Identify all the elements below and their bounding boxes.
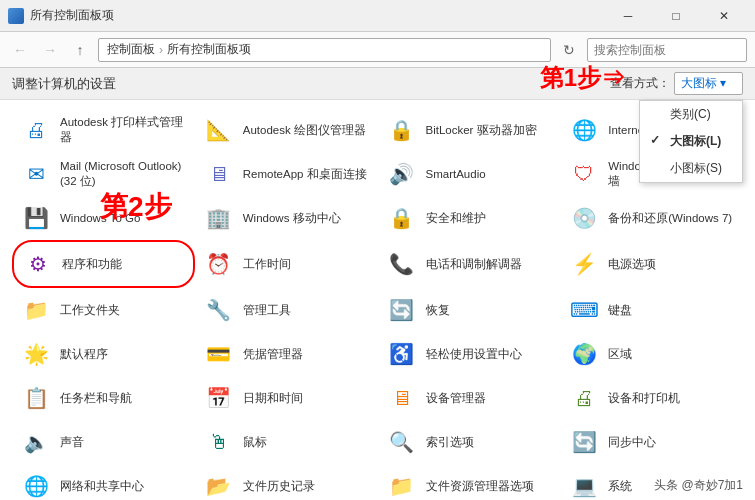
item-icon: 💾 xyxy=(20,202,52,234)
control-panel-item[interactable]: ⚡电源选项 xyxy=(560,240,743,288)
control-panel-item[interactable]: 🖨Autodesk 打印样式管理器 xyxy=(12,108,195,152)
item-label: 轻松使用设置中心 xyxy=(426,347,522,362)
item-label: 恢复 xyxy=(426,303,450,318)
control-panel-item[interactable]: 🌟默认程序 xyxy=(12,332,195,376)
item-label: 设备管理器 xyxy=(426,391,486,406)
control-panel-item[interactable]: 💿备份和还原(Windows 7) xyxy=(560,196,743,240)
path-segment-1[interactable]: 控制面板 xyxy=(107,41,155,58)
control-panel-item[interactable]: 📂文件历史记录 xyxy=(195,464,378,500)
close-button[interactable]: ✕ xyxy=(701,0,747,32)
control-panel-item[interactable]: ♿轻松使用设置中心 xyxy=(378,332,561,376)
control-panel-item[interactable]: 🔒BitLocker 驱动器加密 xyxy=(378,108,561,152)
step1-annotation: 第1步⇒ xyxy=(540,62,625,94)
item-icon: 🔧 xyxy=(203,294,235,326)
item-label: BitLocker 驱动器加密 xyxy=(426,123,537,138)
control-panel-item[interactable]: 🌍区域 xyxy=(560,332,743,376)
item-icon: 📅 xyxy=(203,382,235,414)
view-dropdown[interactable]: 大图标 ▾ xyxy=(674,72,743,95)
control-panel-item[interactable]: 🔧管理工具 xyxy=(195,288,378,332)
item-label: 电源选项 xyxy=(608,257,656,272)
toolbar: 调整计算机的设置 查看方式： 大图标 ▾ xyxy=(0,68,755,100)
item-icon: 📁 xyxy=(386,470,418,500)
item-label: 电话和调制解调器 xyxy=(426,257,522,272)
control-panel-item[interactable]: 📋任务栏和导航 xyxy=(12,376,195,420)
control-panel-item[interactable]: ⚙程序和功能 xyxy=(12,240,195,288)
dropdown-item-small-icon[interactable]: 小图标(S) xyxy=(640,155,742,182)
item-label: 工作文件夹 xyxy=(60,303,120,318)
item-icon: ♿ xyxy=(386,338,418,370)
control-panel-item[interactable]: 🔈声音 xyxy=(12,420,195,464)
control-panel-item[interactable]: 🔄同步中心 xyxy=(560,420,743,464)
window-icon xyxy=(8,8,24,24)
control-panel-item[interactable]: 🖥设备管理器 xyxy=(378,376,561,420)
control-panel-item[interactable]: 🔄恢复 xyxy=(378,288,561,332)
control-panel-item[interactable]: 🔒安全和维护 xyxy=(378,196,561,240)
control-panel-item[interactable]: 📁工作文件夹 xyxy=(12,288,195,332)
control-panel-item[interactable]: 🔊SmartAudio xyxy=(378,152,561,196)
item-label: RemoteApp 和桌面连接 xyxy=(243,167,367,182)
control-panel-item[interactable]: 💳凭据管理器 xyxy=(195,332,378,376)
item-label: 键盘 xyxy=(608,303,632,318)
item-icon: 📞 xyxy=(386,248,418,280)
item-label: 备份和还原(Windows 7) xyxy=(608,211,732,226)
item-icon: 📐 xyxy=(203,114,235,146)
step2-annotation: 第2步 xyxy=(100,188,172,226)
item-icon: ⚙ xyxy=(22,248,54,280)
up-button[interactable]: ↑ xyxy=(68,38,92,62)
control-panel-item[interactable]: 🌐网络和共享中心 xyxy=(12,464,195,500)
item-icon: 🖨 xyxy=(568,382,600,414)
control-panel-item[interactable]: 📅日期和时间 xyxy=(195,376,378,420)
item-icon: ⏰ xyxy=(203,248,235,280)
title-bar: 所有控制面板项 ─ □ ✕ xyxy=(0,0,755,32)
dropdown-item-large-icon[interactable]: 大图标(L) xyxy=(640,128,742,155)
item-label: Mail (Microsoft Outlook) (32 位) xyxy=(60,159,187,189)
item-icon: 🔊 xyxy=(386,158,418,190)
item-label: 安全和维护 xyxy=(426,211,486,226)
item-label: 区域 xyxy=(608,347,632,362)
control-panel-item[interactable]: 🖨设备和打印机 xyxy=(560,376,743,420)
item-label: 任务栏和导航 xyxy=(60,391,132,406)
control-panel-item[interactable]: 🖱鼠标 xyxy=(195,420,378,464)
control-panel-item[interactable]: 📐Autodesk 绘图仪管理器 xyxy=(195,108,378,152)
item-icon: ⚡ xyxy=(568,248,600,280)
control-panel-item[interactable]: ⌨键盘 xyxy=(560,288,743,332)
search-input[interactable] xyxy=(587,38,747,62)
control-panel-item[interactable]: ⏰工作时间 xyxy=(195,240,378,288)
item-icon: ⌨ xyxy=(568,294,600,326)
item-label: Autodesk 打印样式管理器 xyxy=(60,115,187,145)
item-icon: 🛡 xyxy=(568,158,600,190)
item-icon: 🖥 xyxy=(203,158,235,190)
item-label: 工作时间 xyxy=(243,257,291,272)
item-label: 声音 xyxy=(60,435,84,450)
control-panel-item[interactable]: 📁文件资源管理器选项 xyxy=(378,464,561,500)
item-label: 文件历史记录 xyxy=(243,479,315,494)
view-dropdown-menu: 类别(C) 大图标(L) 小图标(S) xyxy=(639,100,743,183)
item-label: 同步中心 xyxy=(608,435,656,450)
path-segment-2[interactable]: 所有控制面板项 xyxy=(167,41,251,58)
items-grid: 🖨Autodesk 打印样式管理器📐Autodesk 绘图仪管理器🔒BitLoc… xyxy=(12,108,743,500)
address-path: 控制面板 › 所有控制面板项 xyxy=(98,38,551,62)
item-label: 设备和打印机 xyxy=(608,391,680,406)
minimize-button[interactable]: ─ xyxy=(605,0,651,32)
item-icon: 🔒 xyxy=(386,202,418,234)
item-icon: 📂 xyxy=(203,470,235,500)
item-icon: 🔈 xyxy=(20,426,52,458)
control-panel-item[interactable]: 🖥RemoteApp 和桌面连接 xyxy=(195,152,378,196)
refresh-button[interactable]: ↻ xyxy=(557,38,581,62)
step1-text: 第1步⇒ xyxy=(540,62,625,94)
control-panel-item[interactable]: 🏢Windows 移动中心 xyxy=(195,196,378,240)
control-panel-item[interactable]: 📞电话和调制解调器 xyxy=(378,240,561,288)
item-label: Windows 移动中心 xyxy=(243,211,341,226)
control-panel-item[interactable]: 🔍索引选项 xyxy=(378,420,561,464)
item-label: 索引选项 xyxy=(426,435,474,450)
watermark: 头条 @奇妙7加1 xyxy=(654,477,743,494)
item-label: 凭据管理器 xyxy=(243,347,303,362)
maximize-button[interactable]: □ xyxy=(653,0,699,32)
item-icon: 🌐 xyxy=(568,114,600,146)
back-button[interactable]: ← xyxy=(8,38,32,62)
item-label: 默认程序 xyxy=(60,347,108,362)
item-label: SmartAudio xyxy=(426,167,486,182)
dropdown-item-category[interactable]: 类别(C) xyxy=(640,101,742,128)
path-separator: › xyxy=(159,43,163,57)
forward-button[interactable]: → xyxy=(38,38,62,62)
